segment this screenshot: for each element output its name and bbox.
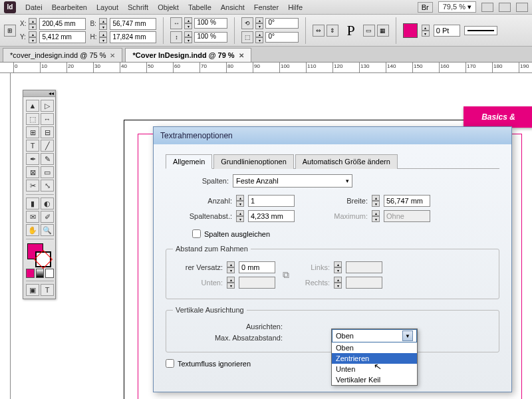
w-input[interactable]: 56,747 mm	[110, 18, 156, 30]
x-input[interactable]: 200,45 mm	[39, 18, 86, 30]
apply-gradient-icon[interactable]	[36, 269, 45, 278]
hand-tool[interactable]: ✋	[26, 224, 39, 236]
pencil-tool[interactable]: ✎	[41, 153, 54, 165]
type-tool[interactable]: T	[26, 140, 39, 152]
oben-spinner[interactable]: ▴▾	[227, 261, 235, 273]
color-well[interactable]	[26, 242, 54, 267]
breite-input[interactable]	[384, 195, 430, 207]
line-tool[interactable]: ╱	[41, 140, 54, 152]
preview-view-icon[interactable]: T	[41, 284, 54, 296]
scale-y-spinner[interactable]: ▴▾	[184, 31, 192, 43]
apply-color-icon[interactable]	[26, 269, 35, 278]
spaltenabst-spinner[interactable]: ▴▾	[236, 210, 244, 222]
close-icon[interactable]: ✕	[110, 52, 115, 59]
menubar: Id Datei Bearbeiten Layout Schrift Objek…	[0, 0, 532, 15]
tab-allgemein[interactable]: Allgemein	[166, 154, 212, 169]
zoom-level[interactable]: 79,5 % ▾	[438, 1, 476, 13]
shear-spinner[interactable]: ▴▾	[255, 31, 263, 43]
menu-fenster[interactable]: Fenster	[254, 3, 279, 11]
y-input[interactable]: 5,412 mm	[39, 31, 86, 43]
scale-y-input[interactable]: 100 %	[194, 32, 227, 43]
maximum-label: Maximum:	[328, 212, 368, 220]
h-spinner[interactable]: ▴▾	[99, 31, 107, 43]
gradient-feather-tool[interactable]: ◐	[41, 198, 54, 209]
max-abs-label: Max. Absatzabstand:	[173, 334, 283, 342]
pen-tool[interactable]: ✒	[26, 153, 39, 165]
shear-input[interactable]: 0°	[265, 32, 299, 43]
direct-selection-tool[interactable]: ▷	[41, 100, 54, 112]
chevron-down-icon[interactable]: ▼	[402, 331, 413, 341]
anzahl-input[interactable]	[248, 195, 295, 207]
select-container-icon[interactable]: ▭	[363, 25, 375, 37]
spaltenabst-input[interactable]	[248, 210, 295, 222]
gap-tool[interactable]: ↔	[41, 113, 54, 125]
flip-h-icon[interactable]: ⇔	[313, 25, 325, 37]
rectangle-frame-tool[interactable]: ⊠	[26, 166, 39, 178]
arrange-icon[interactable]	[499, 3, 511, 12]
rectangle-tool[interactable]: ▭	[41, 166, 54, 178]
dialog-title: Textrahmenoptionen	[154, 127, 511, 144]
abstand-legend: Abstand zum Rahmen	[173, 245, 251, 253]
ausrichten-dropdown[interactable]: Oben ▼ Oben Zentrieren Unten Vertikaler …	[331, 329, 418, 386]
character-preview-icon: P	[342, 22, 358, 39]
scale-x-spinner[interactable]: ▴▾	[184, 17, 192, 29]
doc-tab-2[interactable]: *Cover InDesign.indd @ 79 %✕	[125, 48, 251, 62]
free-transform-tool[interactable]: ⤡	[41, 180, 54, 192]
page-tool[interactable]: ⬚	[26, 113, 39, 125]
scissors-tool[interactable]: ✂	[26, 180, 39, 192]
view-options-icon[interactable]	[516, 3, 528, 12]
stroke-weight-input[interactable]: 0 Pt	[434, 25, 460, 37]
breite-spinner[interactable]: ▴▾	[372, 195, 380, 207]
menu-schrift[interactable]: Schrift	[128, 3, 148, 11]
menu-layout[interactable]: Layout	[96, 3, 118, 11]
content-collector-tool[interactable]: ⊞	[26, 126, 39, 138]
tab-autosize[interactable]: Automatisch Größe ändern	[295, 154, 398, 169]
w-spinner[interactable]: ▴▾	[99, 18, 107, 30]
tab-grundlinien[interactable]: Grundlinienoptionen	[213, 154, 293, 169]
zoom-tool[interactable]: 🔍	[41, 224, 54, 236]
menu-objekt[interactable]: Objekt	[158, 3, 179, 11]
scale-x-input[interactable]: 100 %	[194, 18, 227, 29]
flip-v-icon[interactable]: ⇕	[327, 25, 338, 37]
menu-bearbeiten[interactable]: Bearbeiten	[52, 3, 87, 11]
rotate-input[interactable]: 0°	[265, 18, 299, 29]
dialog-tabs: Allgemein Grundlinienoptionen Automatisc…	[166, 154, 499, 169]
stroke-spinner[interactable]: ▴▾	[422, 25, 430, 37]
screen-mode-icon[interactable]	[481, 3, 493, 12]
select-content-icon[interactable]: ▦	[377, 25, 389, 37]
menu-datei[interactable]: Datei	[25, 3, 43, 11]
stroke-style-select[interactable]	[464, 26, 497, 35]
scale-y-icon: ↕	[170, 31, 182, 43]
spalten-ausgleichen-checkbox[interactable]	[192, 229, 201, 238]
toolbox-header[interactable]: ◂◂	[23, 90, 55, 97]
menu-ansicht[interactable]: Ansicht	[221, 3, 245, 11]
text-frame-basics[interactable]: Basics &	[464, 106, 532, 128]
link-icon[interactable]: ⧉	[281, 265, 291, 285]
x-spinner[interactable]: ▴▾	[29, 18, 37, 30]
menu-hilfe[interactable]: Hilfe	[288, 3, 303, 11]
h-input[interactable]: 17,824 mm	[110, 31, 156, 43]
rotate-spinner[interactable]: ▴▾	[255, 17, 263, 29]
normal-view-icon[interactable]: ▣	[26, 284, 39, 296]
note-tool[interactable]: ✉	[26, 211, 39, 223]
y-spinner[interactable]: ▴▾	[29, 31, 37, 43]
eyedropper-tool[interactable]: ✐	[41, 211, 54, 223]
spalten-select[interactable]: Feste Anzahl▾	[233, 174, 352, 188]
anzahl-spinner[interactable]: ▴▾	[236, 195, 244, 207]
option-vertikaler-keil[interactable]: Vertikaler Keil	[332, 374, 417, 385]
oben-input[interactable]	[239, 261, 275, 273]
option-oben[interactable]: Oben	[332, 342, 417, 353]
fill-swatch[interactable]	[403, 23, 418, 38]
menu-tabelle[interactable]: Tabelle	[188, 3, 211, 11]
reference-point-icon[interactable]: ⊞	[4, 25, 16, 37]
gradient-swatch-tool[interactable]: ▮	[26, 198, 39, 209]
content-placer-tool[interactable]: ⊟	[41, 126, 54, 138]
apply-none-icon[interactable]	[45, 269, 54, 278]
close-icon[interactable]: ✕	[239, 52, 244, 59]
selection-tool[interactable]: ▲	[26, 100, 39, 112]
ausrichten-select[interactable]: Oben ▼	[332, 329, 417, 342]
textumfluss-checkbox[interactable]	[166, 359, 174, 368]
doc-tab-1[interactable]: *cover_indesign.indd @ 75 %✕	[3, 48, 122, 62]
stroke-color[interactable]	[35, 251, 51, 267]
bridge-button[interactable]: Br	[418, 2, 433, 13]
